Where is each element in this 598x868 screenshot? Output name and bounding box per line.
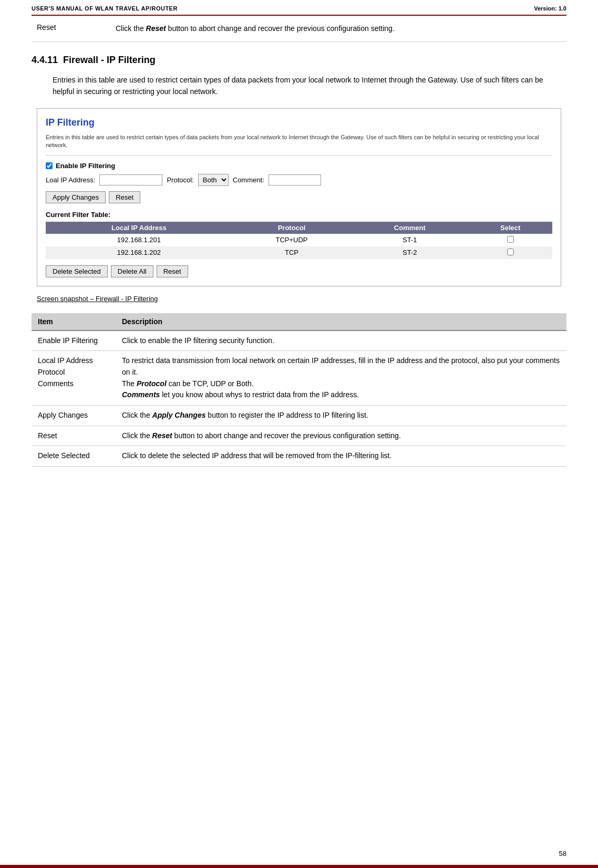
loal-ip-label: Loal IP Address: — [46, 176, 95, 184]
desc-apply: Click the Apply Changes button to regist… — [116, 406, 566, 426]
apply-bold: Apply Changes — [152, 411, 206, 419]
desc-row-enable: Enable IP Filtering Click to enable the … — [32, 330, 566, 351]
protocol-label: Protocol: — [167, 176, 193, 184]
cell-select-2[interactable] — [468, 246, 552, 259]
item-delete: Delete Selected — [32, 446, 116, 467]
col-item-header: Item — [32, 313, 116, 330]
desc-row-apply: Apply Changes Click the Apply Changes bu… — [32, 406, 566, 426]
ip-filter-box: IP Filtering Entries in this table are u… — [37, 108, 561, 286]
col-select: Select — [468, 222, 552, 234]
footer-bar — [0, 865, 598, 868]
col-local-ip: Local IP Address — [46, 222, 232, 234]
desc-table-header: Item Description — [32, 313, 566, 330]
cell-comment-1: ST-1 — [351, 234, 468, 246]
table-header-row: Local IP Address Protocol Comment Select — [46, 222, 552, 234]
desc-row-delete: Delete Selected Click to delete the sele… — [32, 446, 566, 467]
btn-row-bottom: Delete Selected Delete All Reset — [46, 265, 552, 277]
table-row: 192.168.1.201 TCP+UDP ST-1 — [46, 234, 552, 246]
reset-bold-2: Reset — [152, 431, 172, 440]
col-protocol: Protocol — [232, 222, 351, 234]
cell-ip-2: 192.168.1.202 — [46, 246, 232, 259]
cell-comment-2: ST-2 — [351, 246, 468, 259]
desc-local-ip: To restrict data transmission from local… — [116, 351, 566, 406]
ip-filter-title: IP Filtering — [46, 117, 552, 128]
section-desc: Entries in this table are used to restri… — [53, 74, 566, 98]
enable-row: Enable IP Filtering — [46, 162, 552, 170]
item-apply: Apply Changes — [32, 406, 116, 426]
comment-label: Comment: — [233, 176, 264, 184]
comments-bold: Comments — [122, 390, 160, 399]
page-header: USER'S MANUAL OF WLAN TRAVEL AP/ROUTER V… — [32, 0, 566, 16]
apply-changes-button[interactable]: Apply Changes — [46, 191, 106, 203]
section-title: Firewall - IP Filtering — [63, 55, 156, 65]
reset-row: Reset Click the Reset button to abort ch… — [32, 16, 566, 42]
desc-enable: Click to enable the IP filtering securit… — [116, 330, 566, 351]
desc-row-reset: Reset Click the Reset button to abort ch… — [32, 426, 566, 446]
enable-checkbox[interactable] — [46, 162, 53, 169]
desc-reset: Click the Reset button to abort change a… — [116, 426, 566, 446]
loal-ip-input[interactable] — [99, 174, 162, 185]
item-enable: Enable IP Filtering — [32, 330, 116, 351]
cell-ip-1: 192.168.1.201 — [46, 234, 232, 246]
desc-table: Item Description Enable IP Filtering Cli… — [32, 313, 566, 467]
cell-select-1[interactable] — [468, 234, 552, 246]
ip-filter-info: Entries in this table are used to restri… — [46, 133, 552, 156]
col-desc-header: Description — [116, 313, 566, 330]
delete-selected-button[interactable]: Delete Selected — [46, 265, 108, 277]
header-left: USER'S MANUAL OF WLAN TRAVEL AP/ROUTER — [32, 5, 178, 12]
reset-desc: Click the Reset button to abort change a… — [116, 23, 566, 34]
section-heading: 4.4.11 Firewall - IP Filtering — [32, 55, 566, 66]
desc-delete: Click to delete the selected IP address … — [116, 446, 566, 467]
desc-row-local-ip: Local IP Address Protocol Comments To re… — [32, 351, 566, 406]
btn-row-top: Apply Changes Reset — [46, 191, 552, 203]
col-comment: Comment — [351, 222, 468, 234]
page-number: 58 — [559, 850, 566, 857]
section-number: 4.4.11 — [32, 55, 58, 65]
table-row: 192.168.1.202 TCP ST-2 — [46, 246, 552, 259]
delete-all-button[interactable]: Delete All — [111, 265, 153, 277]
caption: Screen snapshot – Firewall - IP Filterin… — [37, 295, 561, 303]
filter-table-title: Current Filter Table: — [46, 211, 552, 219]
enable-label: Enable IP Filtering — [56, 162, 115, 170]
protocol-bold: Protocol — [137, 379, 167, 388]
select-checkbox-2[interactable] — [507, 249, 514, 255]
item-reset: Reset — [32, 426, 116, 446]
item-local-ip: Local IP Address Protocol Comments — [32, 351, 116, 406]
header-right: Version: 1.0 — [534, 5, 566, 12]
reset-label: Reset — [32, 23, 116, 34]
reset-bold: Reset — [146, 24, 166, 33]
filter-table: Local IP Address Protocol Comment Select… — [46, 222, 552, 259]
cell-protocol-1: TCP+UDP — [232, 234, 351, 246]
cell-protocol-2: TCP — [232, 246, 351, 259]
reset-button-bottom[interactable]: Reset — [157, 265, 188, 277]
comment-input[interactable] — [269, 174, 321, 185]
select-checkbox-1[interactable] — [507, 236, 514, 243]
protocol-select[interactable]: Both TCP UDP — [198, 174, 229, 186]
fields-row: Loal IP Address: Protocol: Both TCP UDP … — [46, 174, 552, 186]
reset-button-top[interactable]: Reset — [109, 191, 140, 203]
